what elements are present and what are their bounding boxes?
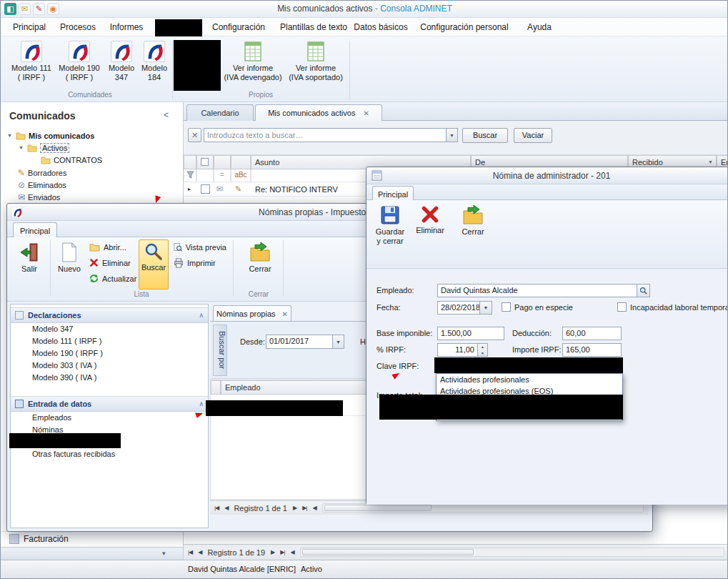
dropdown-option-actividades-profesionales-eos[interactable]: Actividades profesionales (EOS) <box>437 385 622 397</box>
nav-item-nominas[interactable]: Nóminas <box>11 424 208 436</box>
horizontal-scrollbar[interactable] <box>300 548 724 557</box>
chevron-up-icon[interactable]: ∧ <box>199 400 204 407</box>
tab-close-icon[interactable]: ✕ <box>363 109 369 117</box>
prev-record-button[interactable]: ◀ <box>198 549 201 555</box>
menu-procesos[interactable]: Procesos <box>58 18 98 36</box>
dropdown-option-actividades-profesionales[interactable]: Actividades profesionales <box>437 374 622 385</box>
nav-item-empleados[interactable]: Empleados <box>11 412 208 424</box>
nav-item-modelo-347[interactable]: Modelo 347 <box>11 323 208 335</box>
clear-search-icon[interactable]: ✕ <box>188 128 201 142</box>
menu-configuracion[interactable]: Configuración <box>208 18 269 36</box>
filter-dropdown-icon[interactable]: ▼ <box>708 159 713 164</box>
win2-tab-principal[interactable]: Principal <box>13 222 57 237</box>
irpf-spinner[interactable]: ▲▼ <box>478 343 488 357</box>
chevron-up-icon[interactable]: ∧ <box>199 312 204 319</box>
nav-item-modelo-390[interactable]: Modelo 390 ( IVA ) <box>11 372 208 384</box>
filter-cell[interactable] <box>196 169 214 182</box>
menu-impuestos[interactable]: Impuestos <box>156 18 201 36</box>
clave-irpf-dropdown-icon[interactable]: ▼ <box>609 360 622 373</box>
last-record-button[interactable]: ▶| <box>280 549 284 555</box>
filter-equals-cell[interactable]: = <box>214 169 231 182</box>
nav-item-modelo-303[interactable]: Modelo 303 ( IVA ) <box>11 360 208 372</box>
tab-calendario[interactable]: Calendario <box>186 104 254 121</box>
scroll-left-button[interactable]: ◀ <box>312 505 316 511</box>
filter-abc-cell[interactable]: aBc <box>231 169 251 182</box>
tab-mis-comunicados-activos[interactable]: Mis comunicados activos ✕ <box>255 104 382 121</box>
menu-principal[interactable]: Principal <box>9 18 49 36</box>
nav-item-modelo-111[interactable]: Modelo 111 ( IRPF ) <box>11 335 208 347</box>
filter-funnel-cell[interactable] <box>184 169 196 182</box>
sidebar-collapse-strip[interactable]: ▾ <box>1 547 183 560</box>
salir-button[interactable]: Salir <box>11 240 47 289</box>
eliminar-button[interactable]: Eliminar <box>87 257 140 268</box>
win3-tab-principal[interactable]: Principal <box>372 186 414 200</box>
date-dropdown-icon[interactable]: ▼ <box>333 335 344 349</box>
irpf-pct-field[interactable]: 11,00 <box>437 343 478 357</box>
nuevo-button[interactable]: Nuevo <box>53 240 86 289</box>
menu-datos-basicos[interactable]: Datos básicos <box>352 18 409 36</box>
row-checkbox[interactable] <box>201 184 210 194</box>
nav-group-declaraciones[interactable]: Declaraciones ∧ <box>11 307 208 323</box>
tree-item-contratos[interactable]: CONTRATOS <box>41 154 181 166</box>
menu-informes[interactable]: Informes <box>106 18 146 36</box>
checkbox-icon[interactable] <box>201 158 209 166</box>
imprimir-button[interactable]: Imprimir <box>171 257 229 269</box>
pago-en-especie-checkbox[interactable] <box>502 302 511 312</box>
first-record-button[interactable]: |◀ <box>214 505 219 511</box>
eliminar-button-win3[interactable]: Eliminar <box>412 203 448 260</box>
ribbon-modelo-184-button[interactable]: Modelo 184 <box>139 39 170 89</box>
abrir-button[interactable]: Abrir... <box>87 242 140 252</box>
ribbon-modelo-111-button[interactable]: Modelo 111 ( IRPF ) <box>9 39 54 89</box>
dropdown-option-cuenta-ajena[interactable]: Cuenta ajena <box>437 397 622 408</box>
tree-item-activos[interactable]: ▾ Activos <box>18 142 181 154</box>
deduccion-field[interactable]: 60,00 <box>562 327 622 340</box>
win2-tab-nominas-propias[interactable]: Nóminas propias ✕ <box>213 305 291 321</box>
menu-config-personal[interactable]: Configuración personal <box>419 18 509 36</box>
expand-icon[interactable]: ▾ <box>18 144 24 151</box>
chevron-down-icon[interactable]: ▾ <box>162 550 166 557</box>
dropdown-option-cuenta-ajena-incapacidad[interactable]: Cuenta ajena ( incapacidad laboral ) <box>437 408 622 420</box>
win3-titlebar[interactable]: Nómina de administrador - 201 <box>367 167 728 184</box>
ribbon-modelo-347-button[interactable]: Modelo 347 <box>105 39 138 89</box>
vista-previa-button[interactable]: Vista previa <box>171 242 229 253</box>
incapacidad-checkbox[interactable] <box>617 302 627 312</box>
scrollbar-thumb[interactable] <box>324 505 432 511</box>
nav-item-otras-facturas-emitidas[interactable]: Otras facturas emitidas <box>11 436 208 448</box>
nav-item-otras-facturas-recibidas[interactable]: Otras facturas recibidas <box>11 448 208 460</box>
guardar-y-cerrar-button[interactable]: Guardar y cerrar <box>371 203 409 260</box>
empleado-field[interactable]: David Quintas Alcalde <box>437 284 637 297</box>
ribbon-ver-informe-soportado-button[interactable]: Ver informe (IVA soportado) <box>285 39 346 89</box>
first-record-button[interactable]: |◀ <box>188 549 192 555</box>
expand-icon[interactable]: ▾ <box>6 132 13 139</box>
base-imponible-field[interactable]: 1.500,00 <box>437 327 504 340</box>
clave-irpf-combo[interactable]: Cuenta ajena <box>437 360 609 373</box>
tree-item-mis-comunicados[interactable]: ▾ Mis comunicados <box>6 129 181 142</box>
grid-header-icon2[interactable] <box>231 155 251 169</box>
desde-date-field[interactable]: 01/01/2017 <box>266 335 333 349</box>
ribbon-impuestos-propios-button[interactable]: Impuestos propios <box>175 39 219 89</box>
sidebar-collapse-button[interactable]: < <box>164 110 169 120</box>
tree-item-enviados[interactable]: ✉ Enviados <box>18 191 181 203</box>
menu-plantillas[interactable]: Plantillas de texto <box>278 18 349 36</box>
ribbon-ver-informe-devengado-button[interactable]: Ver informe (IVA devengado) <box>224 39 282 89</box>
actualizar-button[interactable]: Actualizar <box>87 273 140 284</box>
fecha-dropdown-icon[interactable]: ▼ <box>480 301 492 315</box>
last-record-button[interactable]: ▶| <box>302 505 306 511</box>
next-record-button[interactable]: ▶ <box>293 505 296 511</box>
menu-ayuda[interactable]: Ayuda <box>524 18 555 36</box>
empleado-lookup-icon[interactable] <box>637 284 650 297</box>
grid-header-icon1[interactable] <box>214 155 231 169</box>
fecha-field[interactable]: 28/02/2018 <box>437 301 480 315</box>
scroll-left-button[interactable]: ◀ <box>291 549 294 555</box>
cerrar-button-win3[interactable]: Cerrar <box>455 203 491 260</box>
tree-item-eliminados[interactable]: ⊘ Eliminados <box>18 179 181 191</box>
tab-close-icon[interactable]: ✕ <box>282 310 288 318</box>
nav-item-modelo-190[interactable]: Modelo 190 ( IRPF ) <box>11 347 208 360</box>
importe-irpf-field[interactable]: 165,00 <box>562 343 622 357</box>
cerrar-button-win2[interactable]: Cerrar <box>243 240 277 289</box>
main-titlebar[interactable]: ◧ ✉ ✎ ◉ Mis comunicados activos - Consol… <box>1 1 728 18</box>
search-input[interactable] <box>204 128 447 142</box>
scrollbar-thumb[interactable] <box>302 549 474 555</box>
grid-header-checkbox[interactable] <box>196 155 214 169</box>
ribbon-modelo-190-button[interactable]: Modelo 190 ( IRPF ) <box>57 39 101 89</box>
